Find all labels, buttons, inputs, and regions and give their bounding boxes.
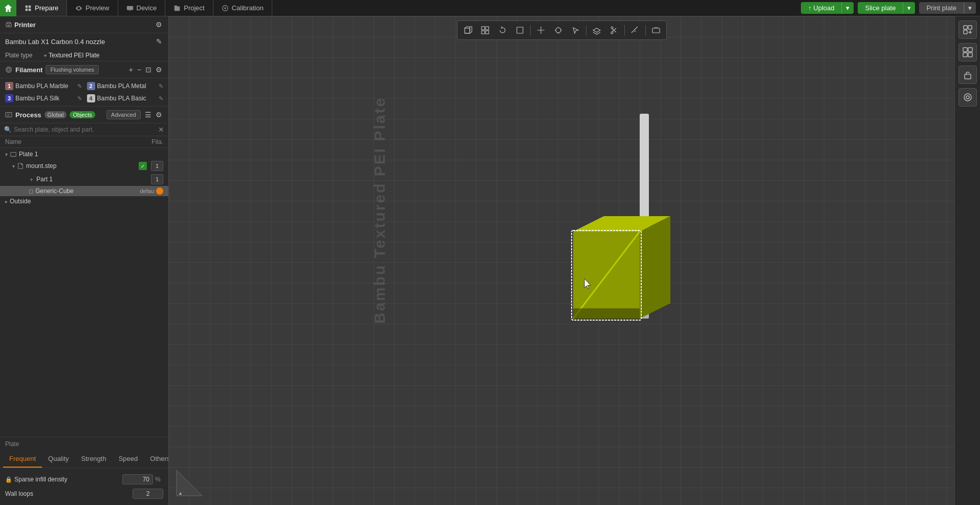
remove-filament-btn[interactable]: − xyxy=(136,65,142,75)
viewport-svg xyxy=(169,16,954,505)
tab-speed[interactable]: Speed xyxy=(113,451,144,468)
svg-marker-32 xyxy=(584,279,591,289)
printer-settings-btn[interactable]: ⚙ xyxy=(155,19,163,30)
sparse-infill-unit: % xyxy=(155,476,163,483)
plate-type-value[interactable]: ▾ Textured PEI Plate xyxy=(44,52,99,59)
tree-generic-cube[interactable]: ◻ Generic-Cube defau xyxy=(0,186,168,196)
canvas-content: Bambu Textured PEI Plate xyxy=(169,16,954,505)
search-close-btn[interactable]: ✕ xyxy=(158,125,164,134)
svg-rect-36 xyxy=(968,26,972,29)
filament-edit-1[interactable]: ✎ xyxy=(77,83,82,90)
tree-plate-1[interactable]: ▾ Plate 1 xyxy=(0,149,168,159)
process-settings-btn[interactable]: ⚙ xyxy=(155,110,163,120)
tab-frequent[interactable]: Frequent xyxy=(3,451,42,468)
tab-prepare[interactable]: Prepare xyxy=(16,0,67,16)
viewport-settings-btn[interactable] xyxy=(959,88,977,107)
svg-rect-41 xyxy=(968,53,972,57)
slice-arrow[interactable]: ▾ xyxy=(903,2,915,14)
tab-calibration[interactable]: Calibration xyxy=(213,0,272,16)
filament-template-btn[interactable]: ⊡ xyxy=(144,65,153,75)
svg-rect-42 xyxy=(965,74,971,79)
printer-edit-btn[interactable]: ✎ xyxy=(155,36,163,47)
tag-global[interactable]: Global xyxy=(45,111,67,118)
svg-rect-3 xyxy=(29,8,31,10)
filament-num-3: 3 xyxy=(5,94,13,102)
filament-num-2: 2 xyxy=(87,82,95,90)
svg-rect-35 xyxy=(964,26,967,29)
lock-icon: 🔒 xyxy=(5,476,12,483)
tab-device[interactable]: Device xyxy=(118,0,166,16)
print-button[interactable]: Print plate xyxy=(919,2,964,14)
add-filament-btn[interactable]: + xyxy=(128,65,134,75)
svg-rect-1 xyxy=(29,5,31,7)
expand-arrow: ▾ xyxy=(12,163,15,169)
filament-edit-4[interactable]: ✎ xyxy=(159,95,163,102)
cursor xyxy=(582,278,593,291)
topbar-actions: ↑ Upload ▾ Slice plate ▾ Print plate ▾ xyxy=(801,2,980,14)
wall-loops-input[interactable] xyxy=(133,489,163,499)
svg-rect-23 xyxy=(640,114,649,298)
flushing-volumes-btn[interactable]: Flushing volumes xyxy=(46,65,99,74)
auto-orient-btn[interactable] xyxy=(959,20,977,39)
tree-header: Name Fila. xyxy=(0,136,168,148)
tab-project[interactable]: Project xyxy=(165,0,213,16)
3d-viewport[interactable]: Bambu Textured PEI Plate xyxy=(169,16,954,505)
print-group: Print plate ▾ xyxy=(919,2,976,14)
filament-item-2: 2 Bambu PLA Metal ✎ xyxy=(85,80,166,92)
home-button[interactable] xyxy=(0,0,16,16)
upload-button[interactable]: ↑ Upload xyxy=(801,2,841,14)
svg-text:▲: ▲ xyxy=(178,491,183,496)
svg-rect-38 xyxy=(963,48,967,52)
search-input[interactable] xyxy=(14,126,156,133)
file-icon xyxy=(17,162,24,170)
cube-icon: ◻ xyxy=(29,188,33,195)
filament-item-3: 3 Bambu PLA Silk ✎ xyxy=(3,93,84,104)
svg-rect-12 xyxy=(11,153,16,157)
fila-input-1[interactable] xyxy=(151,161,163,171)
search-bar: 🔍 ✕ xyxy=(0,123,168,136)
slice-group: Slice plate ▾ xyxy=(858,2,915,14)
filament-num-1: 1 xyxy=(5,82,13,90)
svg-rect-30 xyxy=(573,308,640,319)
svg-marker-27 xyxy=(573,216,670,232)
svg-rect-25 xyxy=(640,298,649,319)
filament-settings-btn[interactable]: ⚙ xyxy=(155,65,163,75)
tree-mount-step[interactable]: ▾ mount.step ✓ xyxy=(0,159,168,173)
slice-button[interactable]: Slice plate xyxy=(858,2,903,14)
sparse-infill-label: 🔒 Sparse infill density xyxy=(5,476,122,483)
print-arrow[interactable]: ▾ xyxy=(964,2,976,14)
process-settings: 🔒 Sparse infill density % Wall loops xyxy=(0,468,168,505)
process-list-btn[interactable]: ☰ xyxy=(144,110,153,120)
tab-quality[interactable]: Quality xyxy=(42,451,75,468)
upload-arrow[interactable]: ▾ xyxy=(841,2,854,14)
tab-strength[interactable]: Strength xyxy=(75,451,113,468)
wall-loops-row: Wall loops xyxy=(5,487,163,501)
advanced-toggle[interactable]: Advanced xyxy=(106,110,141,119)
svg-line-29 xyxy=(573,232,640,319)
nav-tabs: Prepare Preview Device Project Calibrati… xyxy=(16,0,272,16)
svg-rect-11 xyxy=(6,113,12,117)
filament-edit-3[interactable]: ✎ xyxy=(77,95,82,102)
visibility-check[interactable]: ✓ xyxy=(139,162,147,170)
svg-rect-4 xyxy=(126,6,133,10)
tag-objects[interactable]: Objects xyxy=(70,111,95,118)
plate-icon xyxy=(10,151,17,158)
sparse-infill-row: 🔒 Sparse infill density % xyxy=(5,472,163,487)
svg-point-10 xyxy=(7,68,10,71)
filament-edit-2[interactable]: ✎ xyxy=(159,83,163,90)
svg-rect-24 xyxy=(640,296,660,305)
main-area: Printer ⚙ Bambu Lab X1 Carbon 0.4 nozzle… xyxy=(0,16,980,505)
expand-arrow: ▾ xyxy=(5,152,8,157)
tree-outside[interactable]: ▸ Outside xyxy=(0,196,168,206)
arrange-btn[interactable] xyxy=(959,43,977,61)
lock-btn[interactable] xyxy=(959,66,977,84)
tab-others[interactable]: Others xyxy=(144,451,169,468)
svg-rect-0 xyxy=(26,5,28,7)
svg-rect-26 xyxy=(573,232,640,319)
fila-input-part1[interactable] xyxy=(151,174,163,184)
tree-part-1[interactable]: ＋ Part 1 xyxy=(0,173,168,186)
printer-section-header: Printer ⚙ xyxy=(0,16,168,33)
tab-preview[interactable]: Preview xyxy=(67,0,118,16)
origin-indicator: ▲ xyxy=(174,468,205,500)
sparse-infill-input[interactable] xyxy=(122,474,153,485)
